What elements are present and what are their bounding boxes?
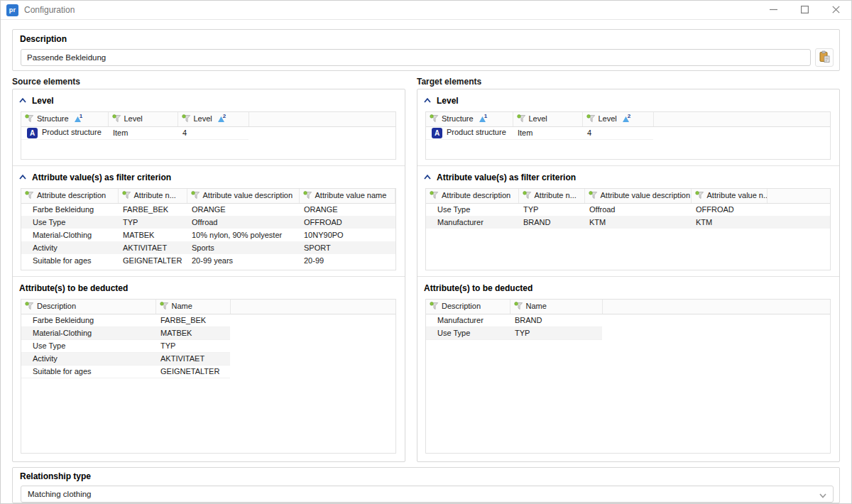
column-header[interactable]: Attribute description: [21, 189, 118, 203]
column-header[interactable]: Attribute value description: [187, 189, 299, 203]
target-level-table: Structure1 Level Level2 AProduct structu…: [425, 111, 831, 160]
description-label: Description: [13, 34, 839, 44]
column-header-level[interactable]: Level: [108, 112, 178, 126]
window-title: Configuration: [24, 5, 75, 15]
target-level-header[interactable]: Level: [417, 89, 839, 107]
table-row[interactable]: Suitable for agesGEIGNETALTER: [21, 365, 395, 378]
relationship-type-label: Relationship type: [13, 471, 839, 481]
table-row[interactable]: Use TypeTYPOffroadOFFROAD: [21, 216, 395, 229]
close-button[interactable]: [820, 1, 851, 19]
target-deduct-header: Attribute(s) to be deducted: [417, 277, 839, 295]
source-level-table: Structure1 Level Level2 AProduct structu…: [21, 111, 396, 160]
maximize-button[interactable]: [789, 1, 820, 19]
table-row[interactable]: Material-ClothingMATBEK10% nylon, 90% po…: [21, 229, 395, 241]
minimize-button[interactable]: [758, 1, 789, 19]
filter-icon: [303, 191, 312, 199]
chevron-up-icon[interactable]: [19, 98, 26, 103]
column-header[interactable]: Attribute value description: [584, 189, 691, 203]
description-input[interactable]: [21, 49, 811, 66]
table-row[interactable]: Farbe BekleidungFARBE_BEK: [21, 314, 395, 327]
column-header-structure[interactable]: Structure1: [21, 112, 108, 126]
table-row[interactable]: AProduct structure Item 4: [21, 126, 395, 139]
column-header-level2[interactable]: Level2: [582, 112, 653, 126]
filter-icon: [160, 302, 169, 310]
target-panel: Level Structure1 Level Level2 A: [417, 89, 840, 462]
column-header[interactable]: Name: [510, 300, 602, 314]
filter-icon: [430, 114, 439, 123]
source-filter-header[interactable]: Attribute value(s) as filter criterion: [13, 166, 405, 184]
section-title: Level: [32, 96, 54, 106]
table-row[interactable]: Use TypeTYP: [21, 339, 395, 352]
filter-icon: [122, 191, 131, 199]
maximize-icon: [801, 5, 809, 16]
table-row[interactable]: AProduct structure Item 4: [426, 126, 830, 139]
column-header[interactable]: Description: [426, 300, 510, 314]
table-row[interactable]: Use TypeTYPOffroadOFFROAD: [426, 203, 830, 216]
relationship-selected-value: Matching clothing: [28, 490, 92, 498]
filter-icon: [586, 114, 596, 123]
column-header[interactable]: Attribute description: [426, 189, 518, 203]
elements-columns: Source elements Level Structure1 Level L…: [1, 71, 851, 462]
structure-type-icon: A: [432, 128, 442, 138]
column-header[interactable]: Attribute n...: [518, 189, 584, 203]
filter-icon: [695, 191, 704, 199]
filter-icon: [589, 191, 598, 199]
sort-asc-2-icon: 2: [623, 115, 632, 122]
column-header[interactable]: Description: [21, 300, 155, 314]
table-row[interactable]: Suitable for agesGEIGNETALTER20-99 years…: [21, 254, 395, 267]
chevron-down-icon: [819, 491, 826, 500]
clipboard-paste-icon: [818, 50, 831, 65]
sort-asc-1-icon: 1: [75, 115, 84, 122]
section-title: Attribute value(s) as filter criterion: [437, 172, 576, 182]
column-header-structure[interactable]: Structure1: [426, 112, 513, 126]
target-elements-label: Target elements: [417, 77, 840, 87]
title-bar: pr Configuration: [1, 1, 851, 20]
relationship-select[interactable]: Matching clothing: [21, 486, 834, 503]
column-header[interactable]: Attribute n...: [118, 189, 187, 203]
source-deduct-table: Description Name Farbe BekleidungFARBE_B…: [21, 299, 396, 454]
source-column: Source elements Level Structure1 Level L…: [12, 71, 405, 462]
filter-icon: [25, 191, 34, 199]
filter-icon: [112, 114, 121, 123]
close-icon: [832, 5, 840, 16]
minimize-icon: [770, 5, 777, 16]
table-row[interactable]: Farbe BekleidungFARBE_BEKORANGEORANGE: [21, 203, 395, 216]
filter-icon: [25, 114, 34, 123]
filter-icon: [523, 191, 532, 199]
filter-icon: [182, 114, 191, 123]
window-controls: [758, 1, 851, 19]
table-row[interactable]: ManufacturerBRAND: [426, 314, 830, 327]
app-logo-icon: pr: [6, 4, 18, 16]
column-header-level[interactable]: Level: [513, 112, 582, 126]
table-row[interactable]: Use TypeTYP: [426, 327, 830, 339]
section-title: Attribute(s) to be deducted: [19, 283, 128, 293]
paste-button[interactable]: [815, 48, 834, 67]
filter-icon: [25, 302, 34, 310]
sort-asc-1-icon: 1: [479, 115, 488, 122]
column-header-level2[interactable]: Level2: [178, 112, 248, 126]
column-header[interactable]: Attribute value n...: [691, 189, 767, 203]
target-deduct-table: Description Name ManufacturerBRAND Use T…: [425, 299, 831, 454]
chevron-up-icon[interactable]: [424, 175, 431, 180]
source-filter-table: Attribute description Attribute n... Att…: [21, 188, 396, 270]
table-row[interactable]: ActivityAKTIVITAET: [21, 352, 395, 365]
column-header[interactable]: Attribute value name: [299, 189, 395, 203]
filter-icon: [430, 191, 439, 199]
sort-asc-2-icon: 2: [218, 115, 227, 122]
filter-icon: [517, 114, 526, 123]
source-level-header[interactable]: Level: [13, 89, 405, 107]
table-row[interactable]: Material-ClothingMATBEK: [21, 327, 395, 339]
chevron-up-icon[interactable]: [424, 98, 431, 103]
source-elements-label: Source elements: [12, 77, 405, 87]
relationship-group: Relationship type Matching clothing: [12, 467, 840, 503]
table-row[interactable]: ManufacturerBRANDKTMKTM: [426, 216, 830, 229]
column-header[interactable]: Name: [155, 300, 230, 314]
table-row[interactable]: ActivityAKTIVITAETSportsSPORT: [21, 241, 395, 254]
source-panel: Level Structure1 Level Level2 A: [12, 89, 405, 462]
filter-icon: [191, 191, 200, 199]
section-title: Attribute value(s) as filter criterion: [32, 172, 171, 182]
target-filter-table: Attribute description Attribute n... Att…: [425, 188, 831, 270]
target-filter-header[interactable]: Attribute value(s) as filter criterion: [417, 166, 839, 184]
filter-icon: [514, 302, 523, 310]
chevron-up-icon[interactable]: [19, 175, 26, 180]
